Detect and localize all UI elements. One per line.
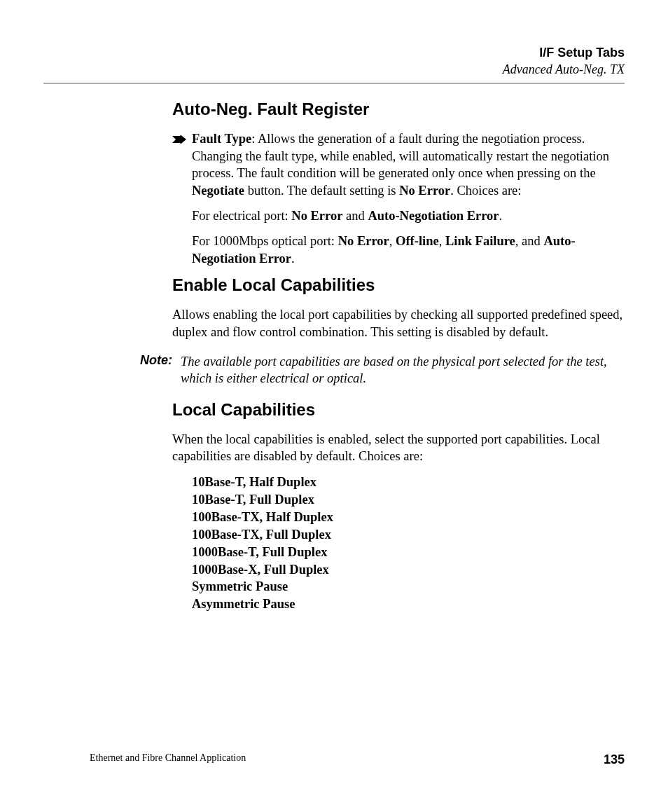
section-enable-local: Enable Local Capabilities Allows enablin… <box>172 275 625 340</box>
page-number: 135 <box>604 752 625 767</box>
elec-choice-2: Auto-Negotiation Error <box>368 209 499 223</box>
enable-local-body: Allows enabling the local port capabilit… <box>172 306 625 340</box>
opt-sep3: , and <box>515 234 544 248</box>
local-caps-intro: When the local capabilities is enabled, … <box>172 431 625 465</box>
note-body: The available port capabilities are base… <box>181 353 625 387</box>
fault-type-seg1: : Allows the generation of a fault durin… <box>192 132 609 180</box>
footer-left: Ethernet and Fibre Channel Application <box>90 752 246 767</box>
page: I/F Setup Tabs Advanced Auto-Neg. TX Aut… <box>0 0 668 812</box>
arrow-icon <box>172 130 192 149</box>
page-header: I/F Setup Tabs Advanced Auto-Neg. TX <box>43 45 625 77</box>
elec-suffix: . <box>499 209 503 223</box>
no-error-label: No Error <box>399 184 450 198</box>
section-local-caps: Local Capabilities When the local capabi… <box>172 400 625 614</box>
capability-item: 10Base-T, Half Duplex <box>192 474 625 491</box>
fault-type-label: Fault Type <box>192 132 251 146</box>
fault-type-text: Fault Type: Allows the generation of a f… <box>192 130 625 199</box>
fault-type-seg2: button. The default setting is <box>244 184 399 198</box>
capability-item: 100Base-TX, Half Duplex <box>192 509 625 526</box>
elec-choice-1: No Error <box>291 209 342 223</box>
capability-item: Symmetric Pause <box>192 578 625 596</box>
fault-type-seg3: . Choices are: <box>450 184 521 198</box>
opt-choice-1: No Error <box>338 234 389 248</box>
capability-item: 1000Base-X, Full Duplex <box>192 561 625 579</box>
opt-choice-3: Link Failure <box>445 234 515 248</box>
heading-local-caps: Local Capabilities <box>172 400 625 420</box>
note-block: Note: The available port capabilities ar… <box>126 353 625 387</box>
opt-choice-2: Off-line <box>396 234 439 248</box>
capability-item: 1000Base-T, Full Duplex <box>192 544 625 561</box>
section-fault-register: Auto-Neg. Fault Register Fault Type: All… <box>172 99 625 267</box>
heading-enable-local: Enable Local Capabilities <box>172 275 625 295</box>
header-subtitle: Advanced Auto-Neg. TX <box>43 62 625 77</box>
opt-sep2: , <box>439 234 445 248</box>
page-footer: Ethernet and Fibre Channel Application 1… <box>90 752 625 767</box>
capability-item: Asymmetric Pause <box>192 596 625 613</box>
header-divider <box>43 83 625 84</box>
elec-prefix: For electrical port: <box>192 209 291 223</box>
optical-choices: For 1000Mbps optical port: No Error, Off… <box>192 233 625 267</box>
opt-sep1: , <box>389 234 396 248</box>
opt-prefix: For 1000Mbps optical port: <box>192 234 338 248</box>
opt-suffix: . <box>291 252 295 266</box>
svg-marker-0 <box>172 135 186 144</box>
capabilities-list: 10Base-T, Half Duplex 10Base-T, Full Dup… <box>192 474 625 614</box>
electrical-choices: For electrical port: No Error and Auto-N… <box>192 207 625 224</box>
capability-item: 100Base-TX, Full Duplex <box>192 526 625 544</box>
note-label: Note: <box>126 353 181 368</box>
header-title: I/F Setup Tabs <box>43 45 625 61</box>
heading-fault-register: Auto-Neg. Fault Register <box>172 99 625 119</box>
negotiate-label: Negotiate <box>192 184 244 198</box>
bullet-fault-type: Fault Type: Allows the generation of a f… <box>172 130 625 199</box>
elec-and: and <box>342 209 368 223</box>
capability-item: 10Base-T, Full Duplex <box>192 491 625 509</box>
